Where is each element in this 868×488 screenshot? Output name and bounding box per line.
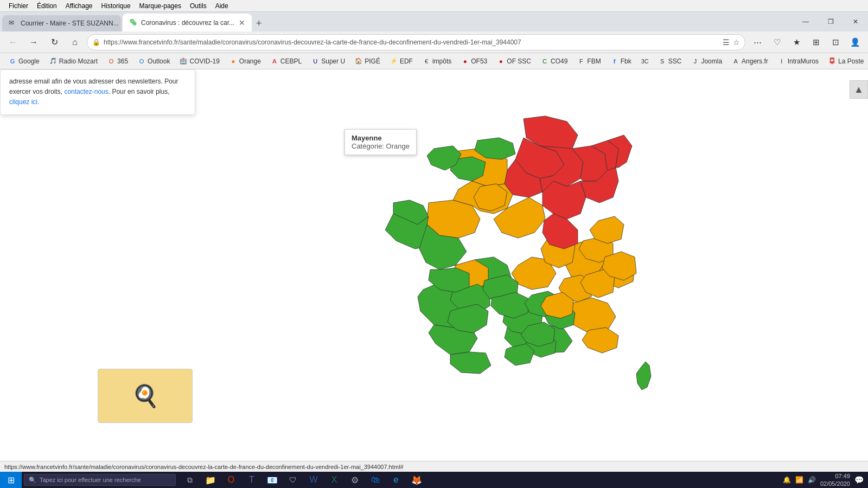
store-button[interactable]: 🛍 (366, 472, 385, 487)
bookmark-3c[interactable]: 3C (637, 56, 653, 66)
bookmark-laposte[interactable]: 📮 La Poste (824, 56, 868, 66)
menu-fichier[interactable]: Fichier (4, 1, 33, 11)
taskbar-apps: ⧉ 📁 O T 📧 🛡 W X ⚙ 🛍 e (180, 472, 426, 487)
extensions-button[interactable]: ⋯ (749, 34, 766, 51)
bookmark-of53[interactable]: ● OF53 (457, 56, 492, 66)
bookmark-covid19[interactable]: 🏥 COVID-19 (175, 56, 224, 66)
bookmark-google[interactable]: G Google (4, 56, 44, 66)
bookmark-pige[interactable]: 🏠 PIGÉ (350, 56, 385, 66)
forward-button[interactable]: → (25, 34, 42, 51)
tab-active-label: Coronavirus : découvrez la car... (141, 19, 234, 27)
superu-favicon: U (311, 57, 319, 65)
taskview-button[interactable]: ⧉ (180, 472, 200, 487)
tab-active-coronavirus[interactable]: 🦠 Coronavirus : découvrez la car... ✕ (123, 14, 252, 31)
address-bar-icons: ☰ ☆ (723, 38, 740, 47)
angers-favicon: A (732, 57, 739, 65)
ssc-favicon: S (659, 57, 666, 65)
word-icon: W (309, 475, 317, 485)
tab-close-button[interactable]: ✕ (239, 18, 245, 27)
taskbar: ⊞ 🔍 Tapez ici pour effectuer une recherc… (0, 472, 868, 488)
menu-aide[interactable]: Aide (211, 1, 233, 11)
home-button[interactable]: ⌂ (66, 34, 84, 51)
notification-center-icon[interactable]: 💬 (854, 476, 864, 484)
back-button[interactable]: ← (4, 34, 22, 51)
bookmark-intramuros[interactable]: I IntraMuros (774, 56, 823, 66)
outlook-taskbar-icon: 📧 (267, 475, 278, 485)
ie-icon: e (394, 475, 399, 485)
address-input[interactable] (87, 34, 745, 50)
tab-inactive-label: Courrier - Maire - STE SUZANN... (21, 20, 119, 27)
menu-historique[interactable]: Historique (97, 1, 135, 11)
menu-edition[interactable]: Édition (33, 1, 61, 11)
bookmark-superu[interactable]: U Super U (307, 56, 349, 66)
bookmark-co49[interactable]: C CO49 (537, 56, 572, 66)
office-button[interactable]: O (221, 472, 241, 487)
tab-inactive-courrier[interactable]: ✉ Courrier - Maire - STE SUZANN... (2, 15, 122, 31)
365-favicon: O (107, 57, 115, 65)
search-icon: 🔍 (29, 477, 36, 484)
bookmark-fbk[interactable]: f Fbk (607, 56, 636, 66)
account-icon[interactable]: 👤 (846, 34, 864, 51)
address-input-wrap: 🔒 ☰ ☆ (87, 34, 745, 50)
joomla-favicon: J (691, 57, 699, 65)
windows-logo-icon: ⊞ (8, 475, 15, 485)
tab-inactive-favicon: ✉ (9, 19, 17, 28)
start-button[interactable]: ⊞ (0, 472, 22, 488)
address-bar: ← → ↻ ⌂ 🔒 ☰ ☆ ⋯ ♡ ★ ⊞ ⊡ 👤 (0, 31, 868, 53)
star-bookmark-icon[interactable]: ★ (788, 34, 805, 51)
menu-outils[interactable]: Outils (186, 1, 211, 11)
refresh-button[interactable]: ↻ (46, 34, 63, 51)
new-tab-button[interactable]: + (252, 15, 266, 31)
word-button[interactable]: W (304, 472, 323, 487)
settings-button[interactable]: ⚙ (345, 472, 365, 487)
bookmark-cebpl[interactable]: A CEBPL (266, 56, 306, 66)
bookmark-ofssc[interactable]: ● OF SSC (493, 56, 535, 66)
bookmark-radio-mozart[interactable]: 🎵 Radio Mozart (45, 56, 102, 66)
cebpl-favicon: A (271, 57, 278, 65)
outlook-taskbar-button[interactable]: 📧 (263, 472, 282, 487)
scroll-top-button[interactable]: ▲ (850, 80, 868, 99)
antivirus-button[interactable]: 🛡 (283, 472, 303, 487)
privacy-more-link[interactable]: cliquez ici (9, 98, 37, 106)
bookmark-365[interactable]: O 365 (103, 56, 132, 66)
bookmark-impots[interactable]: € impôts (418, 56, 456, 66)
notification-icon: 🔔 (783, 476, 791, 484)
explorer-button[interactable]: 📁 (201, 472, 220, 487)
laposte-favicon: 📮 (828, 57, 836, 65)
ie-button[interactable]: e (386, 472, 406, 487)
close-button[interactable]: ✕ (843, 12, 868, 31)
network-icon: 📶 (795, 476, 803, 484)
sound-icon: 🔊 (808, 476, 816, 484)
outlook-favicon: O (138, 57, 145, 65)
bookmark-outlook[interactable]: O Outlook (133, 56, 174, 66)
bookmark-angers[interactable]: A Angers.fr (727, 56, 773, 66)
antivirus-icon: 🛡 (289, 476, 297, 484)
firefox-button[interactable]: 🦊 (407, 472, 426, 487)
bookmark-orange[interactable]: ● Orange (225, 56, 265, 66)
teams-button[interactable]: T (242, 472, 261, 487)
menu-marque-pages[interactable]: Marque-pages (135, 1, 186, 11)
status-url: https://www.francetvinfo.fr/sante/maladi… (4, 464, 404, 470)
bookmark-ssc[interactable]: S SSC (654, 56, 686, 66)
excel-button[interactable]: X (324, 472, 344, 487)
menu-affichage[interactable]: Affichage (61, 1, 97, 11)
minimize-button[interactable]: — (793, 12, 818, 31)
bookmark-edf[interactable]: ⚡ EDF (386, 56, 417, 66)
bookmark-joomla[interactable]: J Joomla (687, 56, 726, 66)
restore-button[interactable]: ❐ (818, 12, 843, 31)
reader-view-icon[interactable]: ☰ (723, 38, 730, 47)
title-bar: ✉ Courrier - Maire - STE SUZANN... 🦠 Cor… (0, 12, 868, 31)
bookmarks-bar: G Google 🎵 Radio Mozart O 365 O Outlook … (0, 53, 868, 69)
taskbar-search[interactable]: 🔍 Tapez ici pour effectuer une recherche (24, 474, 176, 486)
bookmark-star-icon[interactable]: ☆ (733, 38, 740, 47)
privacy-contact-link[interactable]: contactez-nous (64, 88, 108, 95)
tab-active-favicon: 🦠 (129, 18, 138, 27)
france-map (339, 97, 708, 444)
map-container: Mayenne Catégorie: Orange (201, 69, 846, 472)
sidebar-icon[interactable]: ⊞ (807, 34, 825, 51)
tab-icon[interactable]: ⊡ (827, 34, 844, 51)
menu-bar: Fichier Édition Affichage Historique Mar… (0, 0, 868, 12)
bookmark-fbm[interactable]: F FBM (573, 56, 605, 66)
heart-icon[interactable]: ♡ (768, 34, 786, 51)
ad-image: 🍳 (132, 383, 159, 409)
